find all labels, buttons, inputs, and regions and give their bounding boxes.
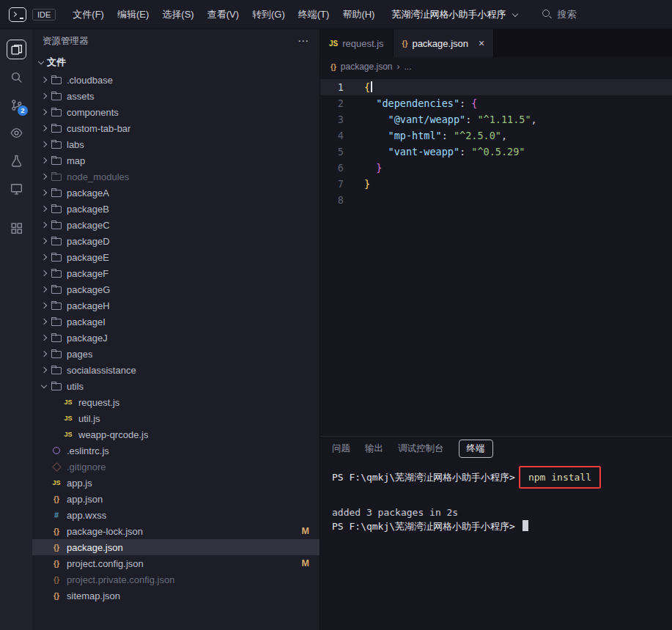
code-line[interactable]: 3 "@vant/weapp": "^1.11.5", [320, 111, 672, 127]
chevron-right-icon[interactable] [38, 300, 50, 311]
files-section-header[interactable]: 文件 [32, 53, 320, 72]
tree-item[interactable]: packageG [32, 281, 320, 297]
menu-item[interactable]: 编辑(E) [111, 0, 155, 29]
tree-item[interactable]: labs [32, 136, 320, 152]
tree-item-label: packageF [67, 268, 108, 279]
tree-item[interactable]: socialassistance [32, 362, 320, 378]
tree-item[interactable]: node_modules [32, 168, 320, 185]
tree-item[interactable]: assets [32, 88, 320, 104]
tree-item-label: .cloudbase [67, 75, 113, 86]
titlebar-search[interactable]: 搜索 [542, 8, 576, 21]
menu-item[interactable]: 转到(G) [245, 0, 292, 29]
tree-item[interactable]: packageD [32, 233, 320, 249]
panel-tab-问题[interactable]: 问题 [332, 440, 350, 457]
menu-item[interactable]: 帮助(H) [336, 0, 381, 29]
code-editor[interactable]: 1{2 "dependencies": {3 "@vant/weapp": "^… [320, 76, 672, 436]
tree-item[interactable]: JSapp.js [32, 475, 320, 491]
chevron-right-icon[interactable] [38, 90, 50, 102]
panel-tab-终端[interactable]: 终端 [459, 440, 493, 458]
close-tab-icon[interactable]: × [479, 37, 484, 49]
chevron-down-icon[interactable] [38, 380, 50, 392]
menu-item[interactable]: 查看(V) [201, 0, 245, 29]
chevron-right-icon[interactable] [38, 251, 50, 263]
chevron-right-icon[interactable] [38, 348, 50, 360]
chevron-right-icon[interactable] [38, 332, 50, 344]
tree-item[interactable]: packageA [32, 185, 320, 201]
chevron-right-icon[interactable] [38, 235, 50, 247]
terminal[interactable]: PS F:\qmkj\芜湖湾沚网格小助手小程序>npm installadded… [320, 460, 672, 630]
tree-item[interactable]: utils [32, 378, 320, 394]
activitybar-debug[interactable] [0, 147, 32, 174]
more-actions-icon[interactable]: ⋯ [298, 34, 309, 48]
activitybar-simulator[interactable] [0, 174, 32, 202]
code-line[interactable]: 1{ [320, 79, 672, 95]
chevron-right-icon[interactable] [38, 316, 50, 327]
activitybar-files[interactable] [0, 35, 32, 63]
tree-item[interactable]: components [32, 104, 320, 120]
js-file-icon: JS [50, 477, 63, 489]
tree-item[interactable]: pages [32, 346, 320, 362]
tree-item[interactable]: {}app.json [32, 491, 320, 507]
chevron-right-icon[interactable] [38, 138, 50, 150]
chevron-right-icon[interactable] [38, 284, 50, 295]
chevron-right-icon[interactable] [38, 122, 50, 134]
chevron-right-icon[interactable] [38, 219, 50, 231]
code-text: } [344, 160, 382, 176]
terminal-line: added 3 packages in 2s [332, 505, 660, 519]
project-title-dropdown[interactable]: 芜湖湾沚网格小助手小程序 [391, 8, 520, 21]
editor-tab-package.json[interactable]: {}package.json× [394, 29, 495, 57]
activitybar-source-control[interactable]: 2 [0, 91, 32, 119]
js-file-icon: JS [62, 412, 75, 424]
chevron-right-icon[interactable] [38, 203, 50, 215]
tree-item[interactable]: {}sitemap.json [32, 588, 320, 604]
tree-item[interactable]: packageI [32, 314, 320, 330]
tree-item[interactable]: packageC [32, 217, 320, 233]
tree-item[interactable]: .eslintrc.js [32, 442, 320, 459]
folder-icon [50, 300, 63, 311]
code-line[interactable]: 6 } [320, 160, 672, 176]
chevron-right-icon[interactable] [38, 171, 50, 182]
chevron-right-icon[interactable] [38, 364, 50, 376]
activitybar-preview[interactable] [0, 119, 32, 147]
code-line[interactable]: 8 [320, 192, 672, 208]
tree-item-label: packageB [67, 204, 109, 215]
tree-item[interactable]: packageJ [32, 330, 320, 346]
bottom-panel: 问题输出调试控制台终端 PS F:\qmkj\芜湖湾沚网格小助手小程序>npm … [320, 436, 672, 630]
tree-item[interactable]: JSweapp-qrcode.js [32, 426, 320, 442]
tree-item[interactable]: packageH [32, 297, 320, 314]
menu-item[interactable]: 文件(F) [66, 0, 111, 29]
tree-item[interactable]: #app.wxss [32, 507, 320, 523]
tree-item[interactable]: {}package-lock.jsonM [32, 523, 320, 539]
code-line[interactable]: 7} [320, 176, 672, 192]
tree-item[interactable]: packageE [32, 249, 320, 265]
editor-tab-request.js[interactable]: JSrequest.js [320, 29, 394, 57]
tree-item[interactable]: JSutil.js [32, 410, 320, 426]
chevron-right-icon[interactable] [38, 187, 50, 199]
folder-icon [50, 235, 63, 247]
tree-item[interactable]: .gitignore [32, 459, 320, 475]
tree-item[interactable]: custom-tab-bar [32, 120, 320, 136]
activitybar-extensions[interactable] [0, 214, 32, 242]
activitybar-search[interactable] [0, 63, 32, 91]
chevron-right-icon[interactable] [38, 155, 50, 166]
tree-item[interactable]: {}package.json [32, 539, 320, 555]
tree-item[interactable]: JSrequest.js [32, 394, 320, 410]
chevron-right-icon[interactable] [38, 106, 50, 118]
code-line[interactable]: 4 "mp-html": "^2.5.0", [320, 127, 672, 144]
tree-item[interactable]: {}project.private.config.json [32, 571, 320, 588]
panel-tab-输出[interactable]: 输出 [365, 440, 383, 457]
tree-item[interactable]: {}project.config.jsonM [32, 555, 320, 571]
chevron-right-icon[interactable] [38, 267, 50, 279]
panel-tab-调试控制台[interactable]: 调试控制台 [398, 440, 444, 457]
code-line[interactable]: 5 "vant-weapp": "^0.5.29" [320, 144, 672, 160]
tree-item[interactable]: .cloudbase [32, 72, 320, 88]
files-icon [7, 40, 26, 59]
tree-item[interactable]: packageB [32, 201, 320, 217]
menu-item[interactable]: 选择(S) [155, 0, 200, 29]
menu-item[interactable]: 终端(T) [292, 0, 336, 29]
tree-item[interactable]: packageF [32, 265, 320, 281]
tree-item[interactable]: map [32, 152, 320, 168]
chevron-right-icon[interactable] [38, 74, 50, 86]
breadcrumb[interactable]: {} package.json › ... [320, 57, 672, 76]
code-line[interactable]: 2 "dependencies": { [320, 95, 672, 111]
